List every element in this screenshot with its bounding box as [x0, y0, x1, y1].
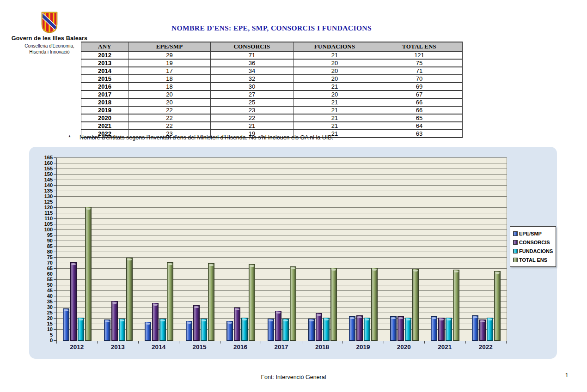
- x-axis-label: 2021: [424, 344, 465, 352]
- bar-top-highlight: [432, 317, 436, 319]
- bar-total-ens: [371, 268, 378, 341]
- table-cell-value: 34: [211, 67, 294, 75]
- y-axis-tick: [54, 335, 56, 335]
- bar-fundacions: [323, 318, 330, 341]
- table-cell-year: 2015: [81, 75, 128, 83]
- bar-top-highlight: [153, 304, 158, 306]
- bar-top-highlight: [439, 319, 444, 320]
- y-axis-tick: [54, 157, 56, 158]
- bar-total-ens: [330, 268, 337, 341]
- bar-top-highlight: [160, 320, 165, 321]
- y-axis-label: 105: [30, 221, 53, 227]
- gridline: [57, 218, 507, 219]
- table-cell-value: 63: [376, 130, 463, 138]
- bar-top-highlight: [317, 314, 321, 316]
- y-axis-label: 5: [30, 332, 53, 338]
- bar-top-highlight: [357, 316, 362, 318]
- bar-fundacions: [241, 318, 248, 341]
- y-axis-label: 130: [30, 193, 53, 199]
- y-axis-label: 120: [30, 205, 53, 210]
- gridline: [57, 213, 507, 213]
- bar-total-ens: [494, 271, 501, 341]
- legend-label: EPE/SMP: [519, 231, 542, 236]
- table-cell-value: 21: [211, 122, 294, 130]
- bar-total-ens: [453, 270, 459, 341]
- table-cell-value: 75: [376, 59, 463, 67]
- gridline: [57, 302, 507, 302]
- table-header-cell: EPE/SMP: [128, 42, 211, 51]
- y-axis-label: 50: [30, 282, 53, 288]
- govern-name: Govern de les Illes Balears: [10, 35, 89, 42]
- table-cell-value: 21: [294, 114, 376, 122]
- table-cell-value: 22: [211, 114, 294, 122]
- bar-epe-smp: [186, 321, 192, 341]
- x-axis-label: 2017: [261, 344, 301, 352]
- gridline: [57, 191, 507, 191]
- y-axis-label: 55: [30, 277, 53, 282]
- table-footnote: *Nombre d'entitats segons l'Inventari d'…: [68, 134, 333, 141]
- bar-top-highlight: [194, 306, 199, 308]
- y-axis-tick: [54, 174, 56, 175]
- gridline: [57, 313, 507, 313]
- table-cell-value: 71: [376, 67, 463, 75]
- table-cell-value: 64: [376, 122, 463, 130]
- legend-label: TOTAL ENS: [519, 257, 547, 263]
- table-row: 201319362075: [81, 59, 463, 67]
- table-cell-value: 20: [294, 59, 376, 67]
- table-cell-value: 21: [294, 122, 376, 130]
- gridline: [57, 235, 507, 235]
- footnote-text: Nombre d'entitats segons l'Inventari d'e…: [79, 134, 333, 141]
- y-axis-tick: [54, 185, 56, 186]
- y-axis-tick: [54, 169, 56, 169]
- bar-total-ens: [412, 269, 419, 341]
- y-axis-tick: [54, 213, 56, 213]
- x-axis-label: 2014: [138, 344, 179, 352]
- gridline: [57, 279, 507, 280]
- table-cell-year: 2017: [81, 90, 128, 98]
- table-cell-value: 20: [294, 90, 376, 98]
- gridline: [57, 307, 507, 308]
- table-cell-value: 22: [128, 106, 211, 114]
- bar-epe-smp: [390, 316, 397, 341]
- bar-fundacions: [201, 319, 207, 341]
- table-cell-value: 20: [128, 90, 211, 98]
- x-axis-tick: [506, 341, 507, 344]
- bar-fundacions: [78, 318, 84, 341]
- bar-top-highlight: [269, 320, 273, 321]
- x-axis-label: 2016: [220, 344, 261, 352]
- gridline: [57, 263, 507, 263]
- bar-total-ens: [126, 258, 133, 341]
- table-cell-year: 2018: [81, 98, 128, 106]
- y-axis-tick: [54, 257, 56, 258]
- bar-top-highlight: [64, 309, 68, 311]
- table-row: 201417342071: [81, 67, 463, 75]
- bar-top-highlight: [227, 322, 232, 324]
- table-cell-value: 21: [294, 106, 376, 114]
- table-row: 202022222165: [81, 114, 463, 122]
- bar-consorcis: [438, 318, 445, 341]
- y-axis-label: 10: [30, 326, 53, 332]
- y-axis-label: 140: [30, 182, 53, 188]
- y-axis-tick: [54, 296, 56, 296]
- y-axis-label: 80: [30, 249, 53, 254]
- y-axis-label: 160: [30, 160, 53, 166]
- gridline: [57, 207, 507, 208]
- govern-brand-block: Govern de les Illes Balears Conselleria …: [10, 12, 89, 55]
- y-axis-label: 35: [30, 299, 53, 304]
- x-axis-label: 2012: [56, 344, 97, 352]
- bar-fundacions: [405, 318, 411, 341]
- bar-chart-panel: 0510152025303540455055606570758085909510…: [29, 147, 557, 359]
- legend-item: EPE/SMP: [513, 229, 553, 238]
- table-row: 201820252166: [81, 98, 463, 106]
- bar-top-highlight: [324, 319, 329, 320]
- table-cell-year: 2014: [81, 67, 128, 75]
- ens-data-table: ANYEPE/SMPCONSORCISFUNDACIONSTOTAL ENS 2…: [81, 42, 463, 138]
- y-axis-tick: [54, 235, 56, 235]
- gridline: [57, 290, 507, 291]
- y-axis-label: 0: [30, 338, 53, 343]
- table-cell-value: 32: [211, 75, 294, 83]
- gridline: [57, 252, 507, 252]
- y-axis-label: 100: [30, 227, 53, 232]
- x-axis-label: 2013: [97, 344, 138, 352]
- table-cell-value: 27: [211, 90, 294, 98]
